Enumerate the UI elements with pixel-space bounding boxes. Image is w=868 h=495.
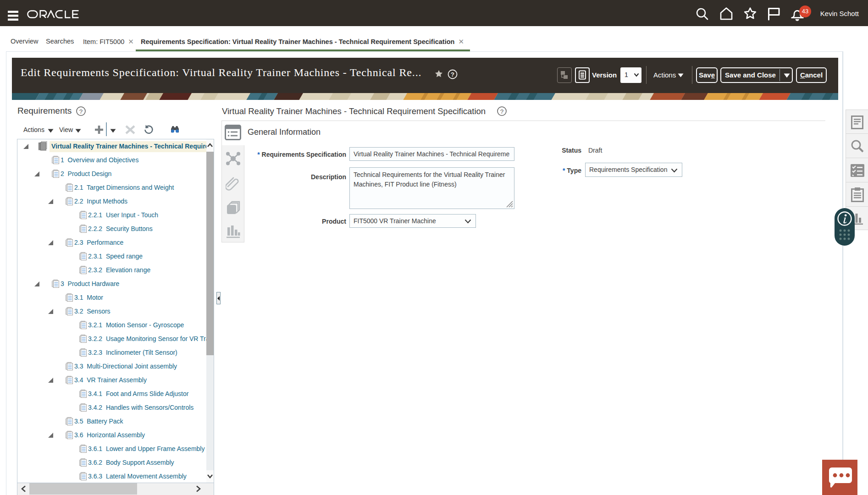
svg-text:?: ? [500,108,504,115]
svg-text:?: ? [451,71,454,78]
svg-text:?: ? [79,108,83,115]
